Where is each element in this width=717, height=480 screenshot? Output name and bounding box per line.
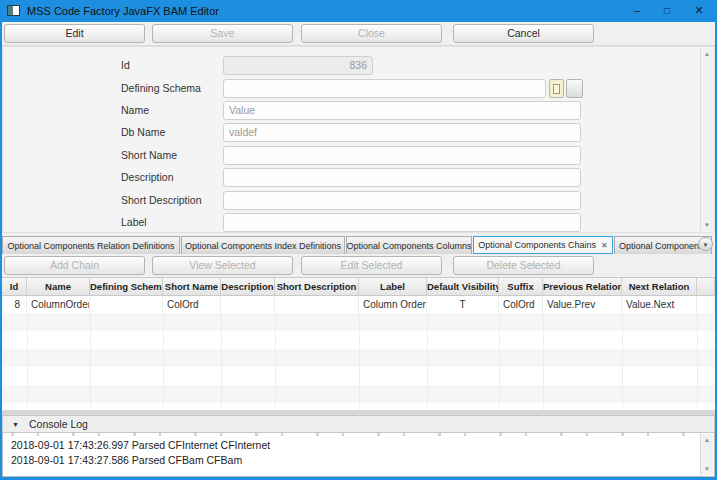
col-header-short-name[interactable]: Short Name: [163, 278, 221, 296]
grid-line: [90, 313, 91, 411]
col-header-next-relation[interactable]: Next Relation: [622, 278, 697, 296]
chains-table: Id Name Defining Schema Short Name Descr…: [2, 277, 715, 410]
cell-description: [221, 296, 275, 313]
delete-selected-button[interactable]: Delete Selected: [453, 256, 594, 275]
scroll-up-icon[interactable]: ▲: [701, 434, 713, 446]
console-pane: ▼ Console Log 2018-09-01 17:43:26.997 Pa…: [2, 415, 715, 477]
tab-strip: Optional Components Relation Definitions…: [2, 233, 715, 254]
close-window-button[interactable]: ✕: [688, 0, 710, 22]
form-row-short-description: Short Description: [3, 191, 714, 210]
save-button[interactable]: Save: [152, 24, 293, 43]
tab-chains-selected[interactable]: Optional Components Chains ✕: [473, 236, 613, 254]
scroll-down-icon[interactable]: ▼: [701, 463, 713, 475]
id-field[interactable]: 836: [223, 56, 373, 75]
view-selected-button[interactable]: View Selected: [152, 256, 293, 275]
minimize-button[interactable]: –: [626, 0, 648, 22]
grid-line: [499, 313, 500, 411]
collapse-icon[interactable]: ▼: [12, 416, 19, 433]
defining-schema-field[interactable]: [223, 79, 546, 98]
col-header-description[interactable]: Description: [221, 278, 275, 296]
grid-line: [622, 313, 623, 411]
col-header-defining-schema[interactable]: Defining Schema: [90, 278, 163, 296]
grid-line: [427, 313, 428, 411]
form-scrollbar[interactable]: ▲ ▼: [700, 48, 713, 231]
scroll-up-icon[interactable]: ▲: [701, 48, 713, 60]
description-label: Description: [121, 168, 221, 187]
scroll-down-icon[interactable]: ▼: [701, 219, 713, 231]
console-header[interactable]: ▼ Console Log: [2, 415, 715, 433]
console-title: Console Log: [29, 416, 88, 433]
db-name-label: Db Name: [121, 123, 221, 142]
grid-line: [221, 313, 222, 411]
col-header-default-visibility[interactable]: Default Visibility: [427, 278, 499, 296]
grid-line: [359, 313, 360, 411]
cell-previous-relation: Value.Prev: [543, 296, 622, 313]
form-row-name: Name Value: [3, 101, 714, 120]
cell-next-relation: Value.Next: [622, 296, 697, 313]
tab-index-definitions[interactable]: Optional Components Index Definitions: [181, 236, 345, 254]
clipped-log-line: [11, 433, 694, 436]
cell-default-visibility: T: [427, 296, 499, 313]
col-header-name[interactable]: Name: [27, 278, 90, 296]
edit-selected-button[interactable]: Edit Selected: [301, 256, 442, 275]
cell-label: Column Order: [359, 296, 427, 313]
maximize-button[interactable]: □: [656, 0, 678, 22]
label-label: Label: [121, 213, 221, 232]
cell-id: 8: [2, 296, 27, 313]
col-header-previous-relation[interactable]: Previous Relation: [543, 278, 622, 296]
grid-line: [163, 313, 164, 411]
table-row[interactable]: 8 ColumnOrder ColOrd Column Order T ColO…: [2, 296, 715, 313]
short-name-label: Short Name: [121, 146, 221, 165]
form-row-short-name: Short Name: [3, 146, 714, 165]
app-icon: [7, 5, 20, 16]
name-label: Name: [121, 101, 221, 120]
cell-filler: [697, 296, 715, 313]
titlebar: MSS Code Factory JavaFX BAM Editor – □ ✕: [0, 0, 717, 22]
col-header-label[interactable]: Label: [359, 278, 427, 296]
grid-line: [27, 313, 28, 411]
grid-line: [697, 313, 698, 411]
name-field[interactable]: Value: [223, 101, 581, 120]
col-header-short-description[interactable]: Short Description: [275, 278, 359, 296]
short-description-field[interactable]: [223, 191, 581, 210]
tab-relation-definitions[interactable]: Optional Components Relation Definitions: [2, 236, 180, 254]
edit-button[interactable]: Edit: [4, 24, 145, 43]
label-field[interactable]: [223, 213, 581, 232]
grid-line: [275, 313, 276, 411]
add-chain-button[interactable]: Add Chain: [4, 256, 145, 275]
db-name-field[interactable]: valdef: [223, 123, 581, 142]
form-row-defining-schema: Defining Schema: [3, 79, 714, 98]
col-header-filler: [697, 278, 715, 296]
tab-columns[interactable]: Optional Components Columns: [346, 236, 472, 254]
log-line: 2018-09-01 17:43:27.586 Parsed CFBam CFB…: [11, 453, 242, 468]
clear-schema-button[interactable]: [566, 79, 583, 98]
form-pane: Id 836 Defining Schema Name Value Db Nam…: [2, 46, 715, 233]
window-title: MSS Code Factory JavaFX BAM Editor: [27, 0, 219, 22]
col-header-suffix[interactable]: Suffix: [499, 278, 543, 296]
console-log: 2018-09-01 17:43:26.997 Parsed CFInterne…: [2, 433, 715, 477]
cell-short-name: ColOrd: [163, 296, 221, 313]
col-header-id[interactable]: Id: [2, 278, 27, 296]
pick-schema-button[interactable]: [549, 79, 564, 98]
form-row-description: Description: [3, 168, 714, 187]
table-header-row: Id Name Defining Schema Short Name Descr…: [2, 278, 715, 296]
short-name-field[interactable]: [223, 146, 581, 165]
cell-suffix: ColOrd: [499, 296, 543, 313]
console-scrollbar[interactable]: ▲ ▼: [700, 434, 713, 475]
short-description-label: Short Description: [121, 191, 221, 210]
cancel-button[interactable]: Cancel: [453, 24, 594, 43]
close-button[interactable]: Close: [301, 24, 442, 43]
tab-chains-label: Optional Components Chains: [478, 240, 596, 250]
tab-overflow-button[interactable]: ▾: [698, 237, 713, 251]
description-field[interactable]: [223, 168, 581, 187]
grid-line: [543, 313, 544, 411]
main-toolbar: Edit Save Close Cancel: [2, 22, 715, 46]
cell-short-description: [275, 296, 359, 313]
table-empty-rows: [2, 313, 715, 411]
cell-defining-schema: [90, 296, 163, 313]
form-row-db-name: Db Name valdef: [3, 123, 714, 142]
window-content: Edit Save Close Cancel Id 836 Defining S…: [2, 22, 715, 477]
tab-close-icon[interactable]: ✕: [601, 241, 608, 250]
id-label: Id: [121, 56, 221, 75]
chain-toolbar: Add Chain View Selected Edit Selected De…: [2, 254, 715, 277]
